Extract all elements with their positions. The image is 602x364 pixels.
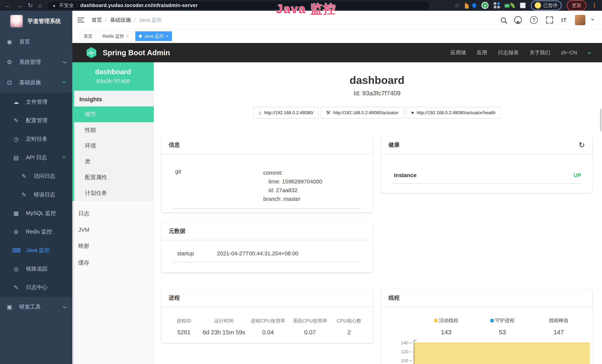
- sidebar-item-file-management[interactable]: ☁ 文件管理: [0, 93, 72, 111]
- sidebar-item-dev-tools[interactable]: ▣ 研发工具: [0, 297, 72, 317]
- instance-nav-config-props[interactable]: 配置属性: [74, 170, 154, 185]
- font-size-icon[interactable]: tT: [561, 17, 567, 23]
- instance-nav-logs[interactable]: 日志: [74, 205, 154, 222]
- help-icon[interactable]: ?: [530, 16, 538, 24]
- extension-grid-icon[interactable]: [494, 2, 500, 9]
- sidebar-item-access-logs[interactable]: ✎ 访问日志: [0, 167, 72, 185]
- sidebar-item-redis-monitor[interactable]: ≣ Redis 监控: [0, 223, 72, 241]
- health-url-button[interactable]: ♥ http://192.168.0.2:48080/actuator/heal…: [406, 107, 501, 119]
- instance-links: ⌂ http://192.168.0.2:48080/ ⚒ http://192…: [161, 107, 593, 119]
- user-avatar[interactable]: [575, 15, 585, 25]
- instance-nav-classes[interactable]: 类: [74, 154, 154, 170]
- browser-update-button[interactable]: 更新: [567, 0, 586, 11]
- update-label: 更新: [572, 2, 581, 9]
- sidebar-toggle-icon[interactable]: [77, 18, 85, 22]
- instance-header[interactable]: dashboard 93a3fc7f7409: [72, 62, 154, 91]
- sidebar-item-error-logs[interactable]: ✎ 错误日志: [0, 185, 72, 204]
- actuator-url-button[interactable]: ⚒ http://192.168.0.2:48080/actuator: [321, 107, 404, 119]
- app-logo[interactable]: 芋道管理系统: [0, 11, 72, 32]
- info-card: 信息 git commit: time: 1596289704000 id: 2…: [161, 136, 373, 212]
- sidebar-item-label: 定时任务: [26, 135, 47, 143]
- breadcrumb-infrastructure[interactable]: 基础设施: [110, 17, 131, 23]
- status-badge: UP: [573, 172, 581, 178]
- extensions-puzzle-icon[interactable]: [520, 3, 526, 8]
- address-bar[interactable]: ▲ 不安全 dashboard.yudao.iocoder.cn/infra/a…: [47, 1, 430, 10]
- tag-home[interactable]: 首页: [80, 31, 96, 41]
- process-col-pid: 进程ID: [167, 318, 201, 324]
- sba-nav: 应用墙 应用 日志报表 关于我们 zh~CN: [451, 49, 590, 56]
- toolbox-icon: ▣: [6, 304, 13, 310]
- sidebar-item-label: 日志中心: [26, 284, 47, 291]
- sba-logo-icon: [86, 47, 97, 58]
- sidebar-item-scheduled-jobs[interactable]: ◷ 定时任务: [0, 130, 72, 148]
- tags-view-bar: 首页 Redis 监控 × Java 监控 ×: [72, 29, 602, 43]
- tag-java-monitor[interactable]: Java 监控 ×: [135, 31, 172, 41]
- instance-sidebar: dashboard 93a3fc7f7409 Insights 细节 性能 环境…: [72, 62, 154, 364]
- error-log-icon: ✎: [20, 191, 28, 198]
- browser-forward-icon[interactable]: →: [16, 2, 22, 8]
- sba-nav-about[interactable]: 关于我们: [529, 49, 550, 56]
- sba-nav-wallboard[interactable]: 应用墙: [451, 49, 466, 56]
- health-url: http://192.168.0.2:48080/actuator/health: [417, 110, 495, 115]
- layers-icon: ≣: [12, 228, 20, 235]
- breadcrumb-home[interactable]: 首页: [92, 17, 102, 23]
- sidebar-item-log-center[interactable]: ✎ 日志中心: [0, 278, 72, 297]
- sidebar-item-trace[interactable]: ◎ 链路追踪: [0, 260, 72, 278]
- sidebar-item-mysql-monitor[interactable]: ▦ MySQL 监控: [0, 204, 72, 223]
- sidebar-item-home[interactable]: ◉ 首页: [0, 32, 72, 52]
- instance-nav-caches[interactable]: 缓存: [74, 254, 154, 271]
- instance-nav-environment[interactable]: 环境: [74, 138, 154, 154]
- instance-nav-scheduled-tasks[interactable]: 计划任务: [74, 185, 154, 201]
- extension-badge: 1: [465, 4, 469, 9]
- url-divider: [77, 3, 77, 8]
- insecure-warning-icon: ▲: [52, 3, 56, 8]
- bookmark-star-icon[interactable]: ☆: [454, 2, 460, 9]
- sidebar-item-label: MySQL 监控: [26, 210, 56, 217]
- fullscreen-icon[interactable]: [546, 17, 553, 23]
- sidebar-item-config-management[interactable]: ✎ 配置管理: [0, 111, 72, 130]
- heartbeat-icon: ♥: [411, 110, 414, 116]
- tag-redis-monitor[interactable]: Redis 监控 ×: [99, 31, 132, 41]
- search-icon[interactable]: [501, 17, 506, 23]
- row-divider: [172, 208, 362, 209]
- metadata-card: 元数据 startup 2021-04-27T00:44:31.254+08:0…: [161, 223, 373, 273]
- chevron-up-icon: [62, 81, 66, 85]
- sba-nav-journal[interactable]: 日志报表: [498, 49, 519, 56]
- screenshot-root: ← → ↻ ⌂ ▲ 不安全 dashboard.yudao.iocoder.cn…: [0, 0, 602, 364]
- sidebar-item-infrastructure[interactable]: ⊡ 基础设施: [0, 72, 72, 93]
- navbar-actions: ? tT: [501, 15, 594, 25]
- service-url-button[interactable]: ⌂ http://192.168.0.2:48080/: [253, 107, 319, 119]
- instance-nav-mappings[interactable]: 映射: [74, 237, 154, 254]
- process-uptime-value: 6d 23h 15m 59s: [201, 329, 247, 336]
- browser-reload-icon[interactable]: ↻: [28, 2, 33, 8]
- close-icon[interactable]: ×: [166, 33, 168, 39]
- sidebar-item-java-monitor[interactable]: ⌨ Java 监控: [0, 241, 72, 260]
- extension-pin-icon[interactable]: [471, 2, 477, 8]
- instance-nav-metrics[interactable]: 性能: [74, 122, 154, 138]
- sba-nav-applications[interactable]: 应用: [477, 49, 487, 56]
- history-icon[interactable]: ↺: [579, 141, 585, 149]
- y-tick-120: 120: [401, 349, 412, 354]
- legend-peak-threads: 线程峰值 147: [531, 317, 587, 336]
- extension-on-badge: on: [505, 4, 510, 8]
- sba-locale-select[interactable]: zh~CN: [561, 50, 577, 56]
- close-icon[interactable]: ×: [126, 33, 129, 39]
- profile-paused-chip[interactable]: 已暂停: [531, 0, 562, 11]
- github-icon[interactable]: [514, 16, 522, 24]
- caret-down-icon[interactable]: [591, 19, 594, 21]
- sidebar-item-system-management[interactable]: ⚙ 系统管理: [0, 52, 72, 72]
- extension-y-icon[interactable]: y: [482, 2, 489, 9]
- breadcrumb: 首页 / 基础设施 / Java 监控: [92, 17, 162, 23]
- browser-menu-icon[interactable]: ⋮: [592, 2, 597, 9]
- health-instance-row[interactable]: Instance UP: [381, 154, 592, 178]
- extension-leaf-icon[interactable]: [510, 3, 515, 8]
- instance-nav-jvm[interactable]: JVM: [74, 222, 154, 237]
- sidebar-item-api-logs[interactable]: ▤ API 日志: [0, 148, 72, 167]
- browser-home-icon[interactable]: ⌂: [38, 2, 42, 8]
- instance-nav-details[interactable]: 细节: [74, 107, 154, 122]
- scrollbar-thumb[interactable]: [600, 109, 602, 131]
- y-tick-100: 100: [401, 358, 412, 363]
- extension-orange-icon[interactable]: 1: [465, 4, 467, 7]
- browser-back-icon[interactable]: ←: [5, 2, 11, 8]
- chart-plot-area: [414, 340, 591, 364]
